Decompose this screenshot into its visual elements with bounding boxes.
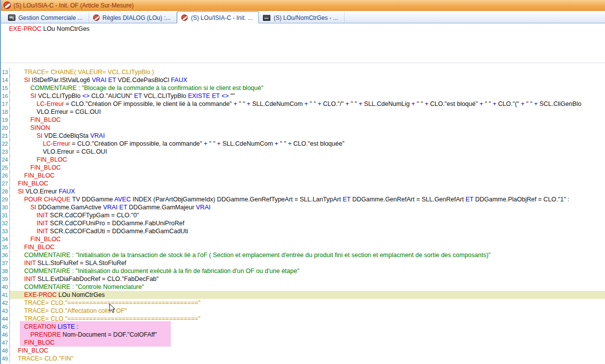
- line-number[interactable]: 44: [1, 315, 10, 323]
- code-line-13[interactable]: 13TRACE= CHAINE( VALEUR= VCL.CLITypBlo ): [1, 68, 605, 76]
- line-number[interactable]: 45: [1, 323, 10, 331]
- line-number[interactable]: 26: [1, 172, 10, 180]
- code-line-text: INIT SLL.EvtDiaFabDocRef = CLO."FabDecFa…: [10, 275, 605, 283]
- line-number[interactable]: 46: [1, 331, 10, 339]
- window-title: (S) LOu/ISIA-C - Init. OF (Article Sur-M…: [13, 2, 133, 9]
- line-number[interactable]: 20: [1, 124, 10, 132]
- code-line-text: FIN_BLOC: [10, 116, 605, 124]
- code-line-18[interactable]: 18VLO.Erreur = CGL.OUI: [1, 108, 605, 116]
- code-line-38[interactable]: 38COMMENTAIRE : "Initialisation du docum…: [1, 267, 605, 275]
- line-number[interactable]: 33: [1, 227, 10, 235]
- line-number[interactable]: 41: [1, 291, 10, 299]
- code-token: Nom-Document = DOF."ColOFAff": [61, 331, 157, 338]
- line-number[interactable]: 47: [1, 339, 10, 347]
- line-number[interactable]: 22: [1, 140, 10, 148]
- tab-4[interactable]: (S) LOu/NomCtrGes - ...: [259, 12, 344, 23]
- code-line-14[interactable]: 14SI IStDefPar.IStValLog6 VRAI ET VDE.Cd…: [1, 76, 605, 84]
- line-number[interactable]: 25: [1, 164, 10, 172]
- line-number[interactable]: 28: [1, 187, 10, 195]
- code-line-23[interactable]: 23VLO.Erreur = CGL.OUI: [1, 148, 605, 156]
- line-number[interactable]: 31: [1, 211, 10, 219]
- code-pane[interactable]: 13TRACE= CHAINE( VALEUR= VCL.CLITypBlo )…: [1, 63, 605, 364]
- code-line-20[interactable]: 20SINON: [1, 124, 605, 132]
- code-line-25[interactable]: 25FIN_BLOC: [1, 164, 605, 172]
- line-number[interactable]: 36: [1, 251, 10, 259]
- line-number[interactable]: 30: [1, 203, 10, 211]
- code-token: TRACE= CLO."============================…: [24, 315, 201, 322]
- line-number[interactable]: 27: [1, 180, 10, 187]
- code-line-text: INIT SCR.CdCOFUniPro = DDGamme.FabUniPro…: [10, 219, 605, 227]
- code-token: SI: [24, 77, 30, 84]
- code-line-16[interactable]: 16SI VCL.CLITypBlo <> CLO."AUCUN" ET VCL…: [1, 92, 605, 100]
- code-line-text: SI DDGamme.GamActive VRAI ET DDGamme.Gam…: [10, 203, 605, 211]
- line-number[interactable]: 24: [1, 156, 10, 164]
- code-line-39[interactable]: 39INIT SLL.EvtDiaFabDocRef = CLO."FabDec…: [1, 275, 605, 283]
- code-line-30[interactable]: 30SI DDGamme.GamActive VRAI ET DDGamme.G…: [1, 203, 605, 211]
- code-line-45[interactable]: 45CREATION LISTE :: [1, 323, 605, 331]
- code-token: ET: [134, 92, 142, 99]
- code-token: VLO.Erreur = CGL.OUI: [43, 148, 107, 155]
- line-number[interactable]: 29: [1, 195, 10, 203]
- line-number[interactable]: 42: [1, 299, 10, 307]
- line-number[interactable]: 15: [1, 84, 10, 92]
- line-number[interactable]: 16: [1, 92, 10, 100]
- code-line-33[interactable]: 33INIT SCR.CdCOFCadUti = DDGamme.FabGamC…: [1, 227, 605, 235]
- code-token: DDGamme.GenRefArt = SLL.GenRefArt: [351, 196, 466, 203]
- code-line-19[interactable]: 19FIN_BLOC: [1, 116, 605, 124]
- line-number[interactable]: 39: [1, 275, 10, 283]
- tab-2[interactable]: Règles DIALOG (LOu) :...: [89, 12, 177, 23]
- code-token: LISTE: [58, 323, 75, 330]
- line-number[interactable]: 48: [1, 347, 10, 355]
- code-line-text: CREATION LISTE :: [10, 323, 605, 331]
- line-number[interactable]: 43: [1, 307, 10, 315]
- code-line-48[interactable]: 48FIN_BLOC: [1, 347, 605, 355]
- line-number[interactable]: 14: [1, 76, 10, 84]
- code-line-37[interactable]: 37INIT SLL.StoFluRef = SLA.StoFluRef: [1, 259, 605, 267]
- code-token: SCR.CdCOFTypGam = CLO."0": [48, 212, 139, 219]
- line-number[interactable]: 18: [1, 108, 10, 116]
- code-line-29[interactable]: 29POUR CHAQUE TV DDGamme AVEC INDEX (Par…: [1, 195, 605, 203]
- code-token: INIT: [37, 212, 48, 219]
- tab-3[interactable]: (S) LOu/ISIA-C - Init. ...: [177, 11, 259, 23]
- code-line-32[interactable]: 32INIT SCR.CdCOFUniPro = DDGamme.FabUniP…: [1, 219, 605, 227]
- code-line-43[interactable]: 43TRACE= CLO."Affectation colis / OF": [1, 307, 605, 315]
- code-line-31[interactable]: 31INIT SCR.CdCOFTypGam = CLO."0": [1, 211, 605, 219]
- code-line-36[interactable]: 36COMMENTAIRE : "Initialisation de la tr…: [1, 251, 605, 259]
- line-number[interactable]: 40: [1, 283, 10, 291]
- code-line-35[interactable]: 35FIN_BLOC: [1, 243, 605, 251]
- code-line-41[interactable]: 41EXE-PROC LOu NomCtrGes: [1, 291, 605, 299]
- code-line-34[interactable]: 34FIN_BLOC: [1, 235, 605, 243]
- line-number[interactable]: 37: [1, 259, 10, 267]
- code-line-46[interactable]: 46PRENDRE Nom-Document = DOF."ColOFAff": [1, 331, 605, 339]
- code-line-15[interactable]: 15COMMENTAIRE : "Blocage de la commande …: [1, 84, 605, 92]
- code-line-42[interactable]: 42TRACE= CLO."==========================…: [1, 299, 605, 307]
- line-number[interactable]: 32: [1, 219, 10, 227]
- code-line-44[interactable]: 44TRACE= CLO."==========================…: [1, 315, 605, 323]
- line-number[interactable]: 49: [1, 355, 10, 363]
- code-line-49[interactable]: 49TRACE= CLO."FIN": [1, 355, 605, 363]
- line-number[interactable]: 38: [1, 267, 10, 275]
- code-line-text: FIN_BLOC: [10, 172, 605, 180]
- code-token: TV DDGamme: [71, 196, 115, 203]
- code-line-21[interactable]: 21SI VDE.CdeBlqSta VRAI: [1, 132, 605, 140]
- code-line-22[interactable]: 22LC-Erreur = CLO."Création OF impossibl…: [1, 140, 605, 148]
- code-line-24[interactable]: 24FIN_BLOC: [1, 156, 605, 164]
- exe-proc-header-pane[interactable]: EXE-PROC LOu NomCtrGes: [1, 23, 605, 63]
- line-number[interactable]: 17: [1, 100, 10, 108]
- code-line-40[interactable]: 40COMMENTAIRE : "Controle Nomenclature": [1, 283, 605, 291]
- line-number[interactable]: 34: [1, 235, 10, 243]
- code-line-28[interactable]: 28SI VLO.Erreur FAUX: [1, 187, 605, 195]
- code-line-text: PRENDRE Nom-Document = DOF."ColOFAff": [10, 331, 605, 339]
- code-line-17[interactable]: 17LC-Erreur = CLO."Création OF impossibl…: [1, 100, 605, 108]
- tab-1[interactable]: Gestion Commerciale ...: [4, 12, 89, 23]
- line-number[interactable]: 21: [1, 132, 10, 140]
- code-line-26[interactable]: 26FIN_BLOC: [1, 172, 605, 180]
- line-number[interactable]: 19: [1, 116, 10, 124]
- line-number[interactable]: 13: [1, 68, 10, 76]
- line-number[interactable]: 23: [1, 148, 10, 156]
- code-line-text: FIN_BLOC: [10, 339, 605, 347]
- tab-label: (S) LOu/ISIA-C - Init. ...: [191, 14, 252, 21]
- code-line-27[interactable]: 27FIN_BLOC: [1, 180, 605, 187]
- line-number[interactable]: 35: [1, 243, 10, 251]
- code-line-47[interactable]: 47FIN_BLOC: [1, 339, 605, 347]
